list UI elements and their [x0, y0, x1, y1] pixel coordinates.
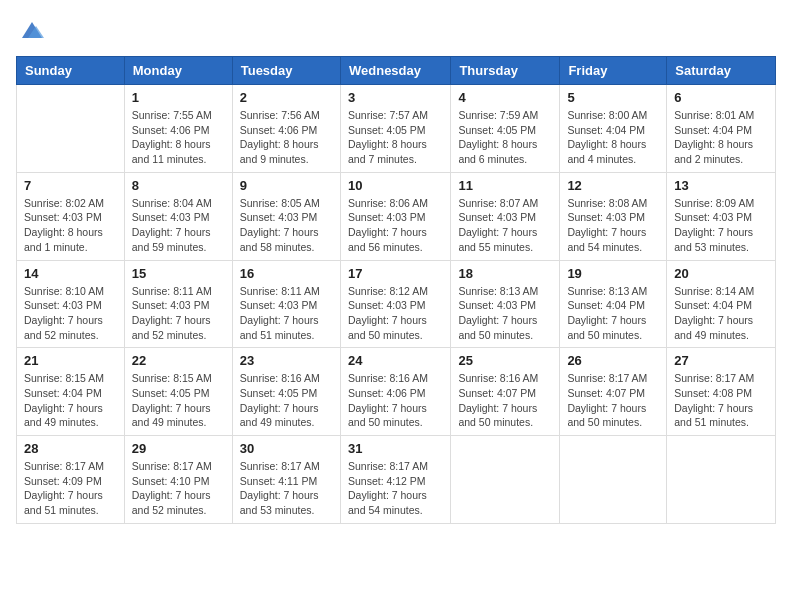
logo: [16, 16, 46, 44]
day-info: Sunrise: 8:15 AMSunset: 4:04 PMDaylight:…: [24, 371, 117, 430]
calendar-cell: 11Sunrise: 8:07 AMSunset: 4:03 PMDayligh…: [451, 172, 560, 260]
calendar-cell: 9Sunrise: 8:05 AMSunset: 4:03 PMDaylight…: [232, 172, 340, 260]
calendar-table: SundayMondayTuesdayWednesdayThursdayFrid…: [16, 56, 776, 524]
day-info: Sunrise: 8:17 AMSunset: 4:10 PMDaylight:…: [132, 459, 225, 518]
day-info: Sunrise: 8:10 AMSunset: 4:03 PMDaylight:…: [24, 284, 117, 343]
day-number: 25: [458, 353, 552, 368]
day-info: Sunrise: 8:16 AMSunset: 4:05 PMDaylight:…: [240, 371, 333, 430]
day-number: 27: [674, 353, 768, 368]
day-info: Sunrise: 8:13 AMSunset: 4:04 PMDaylight:…: [567, 284, 659, 343]
column-header-wednesday: Wednesday: [340, 57, 450, 85]
column-header-sunday: Sunday: [17, 57, 125, 85]
calendar-cell: 31Sunrise: 8:17 AMSunset: 4:12 PMDayligh…: [340, 436, 450, 524]
day-number: 28: [24, 441, 117, 456]
calendar-cell: 12Sunrise: 8:08 AMSunset: 4:03 PMDayligh…: [560, 172, 667, 260]
calendar-cell: 2Sunrise: 7:56 AMSunset: 4:06 PMDaylight…: [232, 85, 340, 173]
day-number: 26: [567, 353, 659, 368]
day-number: 3: [348, 90, 443, 105]
day-number: 9: [240, 178, 333, 193]
calendar-cell: 7Sunrise: 8:02 AMSunset: 4:03 PMDaylight…: [17, 172, 125, 260]
day-number: 30: [240, 441, 333, 456]
day-number: 16: [240, 266, 333, 281]
day-info: Sunrise: 8:16 AMSunset: 4:06 PMDaylight:…: [348, 371, 443, 430]
day-info: Sunrise: 8:17 AMSunset: 4:12 PMDaylight:…: [348, 459, 443, 518]
day-info: Sunrise: 7:57 AMSunset: 4:05 PMDaylight:…: [348, 108, 443, 167]
calendar-cell: 15Sunrise: 8:11 AMSunset: 4:03 PMDayligh…: [124, 260, 232, 348]
week-row-3: 14Sunrise: 8:10 AMSunset: 4:03 PMDayligh…: [17, 260, 776, 348]
day-info: Sunrise: 8:06 AMSunset: 4:03 PMDaylight:…: [348, 196, 443, 255]
day-info: Sunrise: 8:13 AMSunset: 4:03 PMDaylight:…: [458, 284, 552, 343]
day-info: Sunrise: 8:00 AMSunset: 4:04 PMDaylight:…: [567, 108, 659, 167]
week-row-4: 21Sunrise: 8:15 AMSunset: 4:04 PMDayligh…: [17, 348, 776, 436]
day-number: 20: [674, 266, 768, 281]
day-number: 4: [458, 90, 552, 105]
calendar-cell: 24Sunrise: 8:16 AMSunset: 4:06 PMDayligh…: [340, 348, 450, 436]
day-number: 22: [132, 353, 225, 368]
calendar-cell: 1Sunrise: 7:55 AMSunset: 4:06 PMDaylight…: [124, 85, 232, 173]
day-info: Sunrise: 8:05 AMSunset: 4:03 PMDaylight:…: [240, 196, 333, 255]
calendar-cell: [560, 436, 667, 524]
day-info: Sunrise: 8:15 AMSunset: 4:05 PMDaylight:…: [132, 371, 225, 430]
calendar-cell: 3Sunrise: 7:57 AMSunset: 4:05 PMDaylight…: [340, 85, 450, 173]
day-info: Sunrise: 8:02 AMSunset: 4:03 PMDaylight:…: [24, 196, 117, 255]
calendar-cell: 28Sunrise: 8:17 AMSunset: 4:09 PMDayligh…: [17, 436, 125, 524]
calendar-cell: 19Sunrise: 8:13 AMSunset: 4:04 PMDayligh…: [560, 260, 667, 348]
day-info: Sunrise: 8:11 AMSunset: 4:03 PMDaylight:…: [132, 284, 225, 343]
week-row-5: 28Sunrise: 8:17 AMSunset: 4:09 PMDayligh…: [17, 436, 776, 524]
day-number: 15: [132, 266, 225, 281]
day-number: 23: [240, 353, 333, 368]
column-header-saturday: Saturday: [667, 57, 776, 85]
calendar-cell: 21Sunrise: 8:15 AMSunset: 4:04 PMDayligh…: [17, 348, 125, 436]
day-number: 13: [674, 178, 768, 193]
day-number: 6: [674, 90, 768, 105]
day-number: 17: [348, 266, 443, 281]
day-info: Sunrise: 8:08 AMSunset: 4:03 PMDaylight:…: [567, 196, 659, 255]
calendar-cell: 18Sunrise: 8:13 AMSunset: 4:03 PMDayligh…: [451, 260, 560, 348]
day-number: 7: [24, 178, 117, 193]
day-number: 10: [348, 178, 443, 193]
calendar-cell: 5Sunrise: 8:00 AMSunset: 4:04 PMDaylight…: [560, 85, 667, 173]
week-row-1: 1Sunrise: 7:55 AMSunset: 4:06 PMDaylight…: [17, 85, 776, 173]
calendar-cell: 10Sunrise: 8:06 AMSunset: 4:03 PMDayligh…: [340, 172, 450, 260]
day-info: Sunrise: 8:14 AMSunset: 4:04 PMDaylight:…: [674, 284, 768, 343]
calendar-cell: 23Sunrise: 8:16 AMSunset: 4:05 PMDayligh…: [232, 348, 340, 436]
calendar-cell: [451, 436, 560, 524]
day-number: 5: [567, 90, 659, 105]
day-number: 31: [348, 441, 443, 456]
column-header-friday: Friday: [560, 57, 667, 85]
calendar-cell: 16Sunrise: 8:11 AMSunset: 4:03 PMDayligh…: [232, 260, 340, 348]
calendar-cell: 26Sunrise: 8:17 AMSunset: 4:07 PMDayligh…: [560, 348, 667, 436]
column-header-tuesday: Tuesday: [232, 57, 340, 85]
day-info: Sunrise: 8:17 AMSunset: 4:11 PMDaylight:…: [240, 459, 333, 518]
week-row-2: 7Sunrise: 8:02 AMSunset: 4:03 PMDaylight…: [17, 172, 776, 260]
column-header-thursday: Thursday: [451, 57, 560, 85]
day-number: 18: [458, 266, 552, 281]
day-number: 19: [567, 266, 659, 281]
day-number: 2: [240, 90, 333, 105]
day-info: Sunrise: 7:59 AMSunset: 4:05 PMDaylight:…: [458, 108, 552, 167]
day-number: 14: [24, 266, 117, 281]
day-number: 21: [24, 353, 117, 368]
calendar-cell: [667, 436, 776, 524]
calendar-cell: 29Sunrise: 8:17 AMSunset: 4:10 PMDayligh…: [124, 436, 232, 524]
day-number: 29: [132, 441, 225, 456]
day-info: Sunrise: 8:01 AMSunset: 4:04 PMDaylight:…: [674, 108, 768, 167]
column-header-monday: Monday: [124, 57, 232, 85]
calendar-cell: 30Sunrise: 8:17 AMSunset: 4:11 PMDayligh…: [232, 436, 340, 524]
calendar-cell: 22Sunrise: 8:15 AMSunset: 4:05 PMDayligh…: [124, 348, 232, 436]
page-header: [16, 16, 776, 44]
day-info: Sunrise: 7:55 AMSunset: 4:06 PMDaylight:…: [132, 108, 225, 167]
day-info: Sunrise: 8:17 AMSunset: 4:09 PMDaylight:…: [24, 459, 117, 518]
day-info: Sunrise: 8:12 AMSunset: 4:03 PMDaylight:…: [348, 284, 443, 343]
logo-icon: [18, 16, 46, 44]
calendar-cell: 4Sunrise: 7:59 AMSunset: 4:05 PMDaylight…: [451, 85, 560, 173]
calendar-cell: 8Sunrise: 8:04 AMSunset: 4:03 PMDaylight…: [124, 172, 232, 260]
day-info: Sunrise: 8:04 AMSunset: 4:03 PMDaylight:…: [132, 196, 225, 255]
day-info: Sunrise: 8:17 AMSunset: 4:08 PMDaylight:…: [674, 371, 768, 430]
calendar-cell: 20Sunrise: 8:14 AMSunset: 4:04 PMDayligh…: [667, 260, 776, 348]
calendar-cell: [17, 85, 125, 173]
day-number: 12: [567, 178, 659, 193]
day-number: 8: [132, 178, 225, 193]
day-number: 24: [348, 353, 443, 368]
day-info: Sunrise: 8:17 AMSunset: 4:07 PMDaylight:…: [567, 371, 659, 430]
